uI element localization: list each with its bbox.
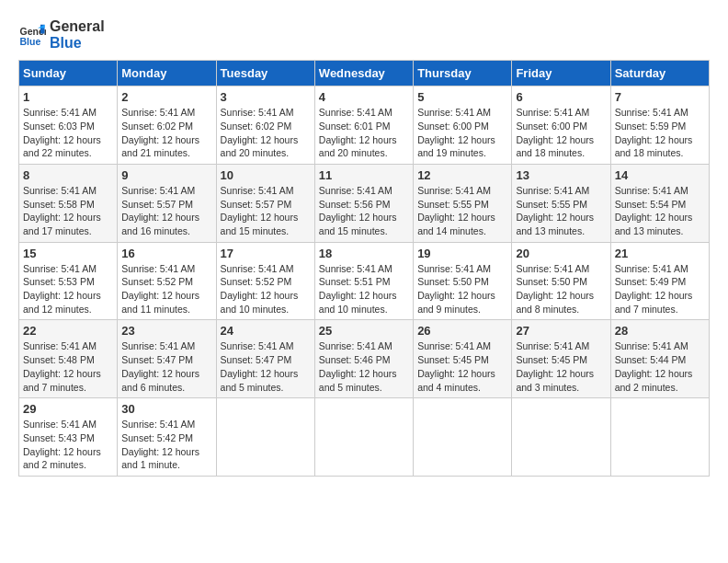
- day-number: 17: [221, 247, 311, 260]
- table-row: 10 Sunrise: 5:41 AMSunset: 5:57 PMDaylig…: [216, 164, 314, 242]
- day-detail: Sunrise: 5:41 AMSunset: 5:51 PMDaylight:…: [319, 262, 409, 316]
- logo: General Blue General Blue: [18, 18, 105, 51]
- table-row: 13 Sunrise: 5:41 AMSunset: 5:55 PMDaylig…: [512, 164, 610, 242]
- table-row: 2 Sunrise: 5:41 AMSunset: 6:02 PMDayligh…: [118, 86, 216, 165]
- day-detail: Sunrise: 5:41 AMSunset: 5:53 PMDaylight:…: [23, 262, 113, 316]
- day-number: 27: [516, 324, 606, 338]
- day-detail: Sunrise: 5:41 AMSunset: 5:47 PMDaylight:…: [221, 339, 311, 394]
- calendar-row: 22 Sunrise: 5:41 AMSunset: 5:48 PMDaylig…: [19, 320, 710, 398]
- table-row: 11 Sunrise: 5:41 AMSunset: 5:56 PMDaylig…: [314, 164, 413, 242]
- day-number: 21: [615, 247, 705, 260]
- table-row: 30 Sunrise: 5:41 AMSunset: 5:42 PMDaylig…: [118, 398, 216, 477]
- logo-icon: General Blue: [18, 21, 46, 49]
- table-row: 26 Sunrise: 5:41 AMSunset: 5:45 PMDaylig…: [414, 320, 512, 398]
- table-row: 21 Sunrise: 5:41 AMSunset: 5:49 PMDaylig…: [610, 242, 709, 320]
- day-detail: Sunrise: 5:41 AMSunset: 6:00 PMDaylight:…: [417, 106, 507, 160]
- day-number: 5: [417, 90, 507, 104]
- day-detail: Sunrise: 5:41 AMSunset: 5:57 PMDaylight:…: [221, 184, 311, 238]
- day-number: 26: [417, 324, 507, 338]
- day-number: 15: [23, 247, 113, 260]
- day-detail: Sunrise: 5:41 AMSunset: 5:49 PMDaylight:…: [615, 262, 705, 316]
- day-number: 10: [221, 168, 311, 182]
- table-row: 3 Sunrise: 5:41 AMSunset: 6:02 PMDayligh…: [216, 86, 314, 165]
- day-detail: Sunrise: 5:41 AMSunset: 5:44 PMDaylight:…: [615, 339, 705, 394]
- day-number: 22: [23, 324, 113, 338]
- table-row: [610, 398, 709, 477]
- calendar-row: 15 Sunrise: 5:41 AMSunset: 5:53 PMDaylig…: [19, 242, 710, 320]
- day-detail: Sunrise: 5:41 AMSunset: 5:59 PMDaylight:…: [615, 106, 705, 160]
- day-number: 12: [417, 168, 507, 182]
- table-row: 29 Sunrise: 5:41 AMSunset: 5:43 PMDaylig…: [19, 398, 118, 477]
- day-number: 6: [516, 90, 606, 104]
- day-number: 20: [516, 247, 606, 260]
- col-wednesday: Wednesday: [314, 61, 413, 86]
- day-number: 30: [121, 402, 211, 416]
- day-number: 24: [221, 324, 311, 338]
- day-detail: Sunrise: 5:41 AMSunset: 5:55 PMDaylight:…: [516, 184, 606, 238]
- page-header: General Blue General Blue: [18, 18, 710, 51]
- day-number: 16: [121, 247, 211, 260]
- table-row: 9 Sunrise: 5:41 AMSunset: 5:57 PMDayligh…: [118, 164, 216, 242]
- day-detail: Sunrise: 5:41 AMSunset: 5:56 PMDaylight:…: [319, 184, 409, 238]
- table-row: [414, 398, 512, 477]
- day-number: 3: [221, 90, 311, 104]
- day-detail: Sunrise: 5:41 AMSunset: 6:02 PMDaylight:…: [121, 106, 211, 160]
- table-row: 8 Sunrise: 5:41 AMSunset: 5:58 PMDayligh…: [19, 164, 118, 242]
- day-detail: Sunrise: 5:41 AMSunset: 5:50 PMDaylight:…: [417, 262, 507, 316]
- calendar-row: 8 Sunrise: 5:41 AMSunset: 5:58 PMDayligh…: [19, 164, 710, 242]
- day-number: 2: [121, 90, 211, 104]
- table-row: 25 Sunrise: 5:41 AMSunset: 5:46 PMDaylig…: [314, 320, 413, 398]
- day-detail: Sunrise: 5:41 AMSunset: 5:50 PMDaylight:…: [516, 262, 606, 316]
- svg-text:Blue: Blue: [20, 35, 41, 46]
- day-number: 28: [615, 324, 705, 338]
- table-row: 16 Sunrise: 5:41 AMSunset: 5:52 PMDaylig…: [118, 242, 216, 320]
- day-detail: Sunrise: 5:41 AMSunset: 6:00 PMDaylight:…: [516, 106, 606, 160]
- day-detail: Sunrise: 5:41 AMSunset: 5:46 PMDaylight:…: [319, 339, 409, 394]
- day-detail: Sunrise: 5:41 AMSunset: 5:55 PMDaylight:…: [417, 184, 507, 238]
- table-row: 15 Sunrise: 5:41 AMSunset: 5:53 PMDaylig…: [19, 242, 118, 320]
- day-number: 29: [23, 402, 113, 416]
- day-detail: Sunrise: 5:41 AMSunset: 5:45 PMDaylight:…: [516, 339, 606, 394]
- calendar-row: 29 Sunrise: 5:41 AMSunset: 5:43 PMDaylig…: [19, 398, 710, 477]
- calendar-row: 1 Sunrise: 5:41 AMSunset: 6:03 PMDayligh…: [19, 86, 710, 165]
- table-row: 14 Sunrise: 5:41 AMSunset: 5:54 PMDaylig…: [610, 164, 709, 242]
- day-detail: Sunrise: 5:41 AMSunset: 5:45 PMDaylight:…: [417, 339, 507, 394]
- table-row: [512, 398, 610, 477]
- table-row: 18 Sunrise: 5:41 AMSunset: 5:51 PMDaylig…: [314, 242, 413, 320]
- col-thursday: Thursday: [414, 61, 512, 86]
- table-row: 4 Sunrise: 5:41 AMSunset: 6:01 PMDayligh…: [314, 86, 413, 165]
- logo-text-general: General: [50, 18, 105, 35]
- col-monday: Monday: [118, 61, 216, 86]
- day-number: 1: [23, 90, 113, 104]
- table-row: 19 Sunrise: 5:41 AMSunset: 5:50 PMDaylig…: [414, 242, 512, 320]
- logo-text-blue: Blue: [50, 35, 105, 52]
- day-number: 9: [121, 168, 211, 182]
- table-row: 5 Sunrise: 5:41 AMSunset: 6:00 PMDayligh…: [414, 86, 512, 165]
- table-row: 17 Sunrise: 5:41 AMSunset: 5:52 PMDaylig…: [216, 242, 314, 320]
- table-row: 27 Sunrise: 5:41 AMSunset: 5:45 PMDaylig…: [512, 320, 610, 398]
- day-detail: Sunrise: 5:41 AMSunset: 5:48 PMDaylight:…: [23, 339, 113, 394]
- table-row: 7 Sunrise: 5:41 AMSunset: 5:59 PMDayligh…: [610, 86, 709, 165]
- calendar-header-row: Sunday Monday Tuesday Wednesday Thursday…: [19, 61, 710, 86]
- day-number: 14: [615, 168, 705, 182]
- col-sunday: Sunday: [19, 61, 118, 86]
- table-row: 6 Sunrise: 5:41 AMSunset: 6:00 PMDayligh…: [512, 86, 610, 165]
- day-number: 25: [319, 324, 409, 338]
- day-number: 4: [319, 90, 409, 104]
- day-number: 23: [121, 324, 211, 338]
- table-row: 23 Sunrise: 5:41 AMSunset: 5:47 PMDaylig…: [118, 320, 216, 398]
- table-row: 22 Sunrise: 5:41 AMSunset: 5:48 PMDaylig…: [19, 320, 118, 398]
- day-number: 11: [319, 168, 409, 182]
- table-row: 12 Sunrise: 5:41 AMSunset: 5:55 PMDaylig…: [414, 164, 512, 242]
- table-row: 24 Sunrise: 5:41 AMSunset: 5:47 PMDaylig…: [216, 320, 314, 398]
- day-detail: Sunrise: 5:41 AMSunset: 5:57 PMDaylight:…: [121, 184, 211, 238]
- day-detail: Sunrise: 5:41 AMSunset: 5:42 PMDaylight:…: [121, 418, 211, 472]
- day-detail: Sunrise: 5:41 AMSunset: 5:47 PMDaylight:…: [121, 339, 211, 394]
- table-row: 28 Sunrise: 5:41 AMSunset: 5:44 PMDaylig…: [610, 320, 709, 398]
- day-detail: Sunrise: 5:41 AMSunset: 5:52 PMDaylight:…: [221, 262, 311, 316]
- col-tuesday: Tuesday: [216, 61, 314, 86]
- day-detail: Sunrise: 5:41 AMSunset: 6:02 PMDaylight:…: [221, 106, 311, 160]
- table-row: [314, 398, 413, 477]
- day-detail: Sunrise: 5:41 AMSunset: 5:52 PMDaylight:…: [121, 262, 211, 316]
- col-saturday: Saturday: [610, 61, 709, 86]
